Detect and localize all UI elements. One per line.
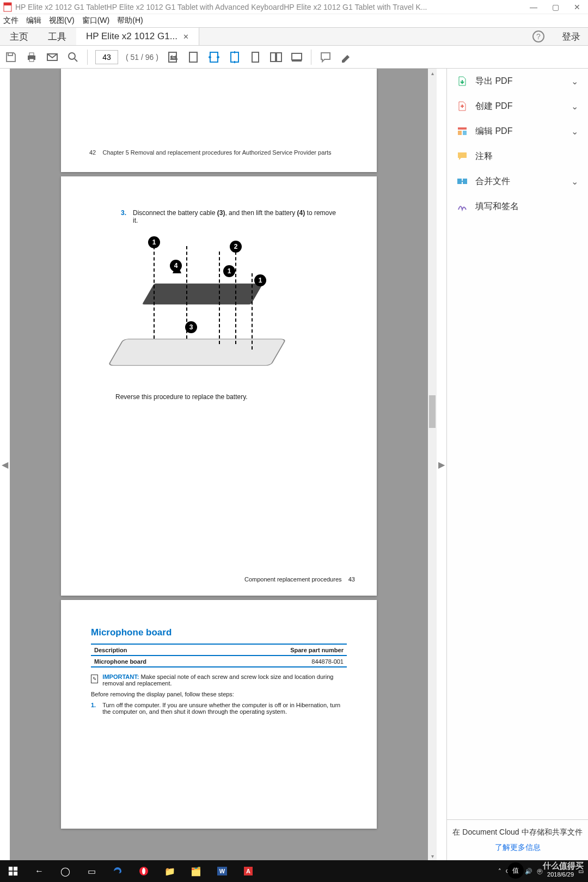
- svg-rect-11: [210, 52, 218, 62]
- sidebar-export-pdf[interactable]: 导出 PDF ⌄: [447, 69, 588, 94]
- presentation-icon[interactable]: [290, 51, 303, 64]
- svg-point-7: [69, 53, 75, 59]
- pdf-page-43: 3. Disconnect the battery cable (3), and…: [61, 176, 377, 596]
- merge-icon: [457, 176, 468, 187]
- th-desc: Description: [91, 645, 218, 656]
- sign-icon: [457, 201, 468, 212]
- svg-rect-14: [271, 53, 275, 62]
- svg-rect-23: [14, 867, 17, 871]
- cloud-text: 在 Document Cloud 中存储和共享文件: [452, 828, 583, 837]
- svg-rect-20: [457, 179, 462, 184]
- watermark-text: 什么值得买: [543, 861, 584, 871]
- start-button[interactable]: [0, 860, 26, 882]
- taskbar-app-explorer[interactable]: 🗂️: [183, 860, 209, 882]
- menu-file[interactable]: 文件: [3, 16, 19, 26]
- sidebar-create-pdf[interactable]: 创建 PDF ⌄: [447, 94, 588, 119]
- help-icon[interactable]: ?: [532, 30, 544, 42]
- back-button[interactable]: ←: [26, 860, 52, 882]
- tray-volume-icon[interactable]: 🔊: [525, 868, 532, 875]
- tab-tools[interactable]: 工具: [38, 28, 76, 45]
- print-icon[interactable]: [25, 51, 38, 64]
- svg-rect-19: [463, 131, 467, 135]
- sidebar-edit-pdf[interactable]: 编辑 PDF ⌄: [447, 119, 588, 144]
- section-title: Microphone board: [91, 627, 347, 638]
- email-icon[interactable]: [46, 51, 59, 64]
- tray-ime-icon[interactable]: ㊥: [537, 867, 543, 875]
- menu-help[interactable]: 帮助(H): [117, 16, 143, 26]
- tools-sidebar: 导出 PDF ⌄ 创建 PDF ⌄ 编辑 PDF ⌄ 注释 合并文件 ⌄ 填写和…: [446, 69, 588, 860]
- menu-view[interactable]: 视图(V): [49, 16, 75, 26]
- svg-rect-5: [29, 59, 34, 62]
- tab-document[interactable]: HP Elite x2 1012 G1... ✕: [76, 28, 199, 45]
- taskbar: ← ◯ ▭ 📁 🗂️ W A ˄ ⟳ ▥ 🔊 ㊥ 13:512018/6/29 …: [0, 860, 588, 882]
- toolbar: ( 51 / 96 ) 1:1: [0, 46, 588, 69]
- tab-strip: 主页 工具 HP Elite x2 1012 G1... ✕ ? 登录: [0, 27, 588, 46]
- page-blank-icon[interactable]: [187, 51, 200, 64]
- tab-close-icon[interactable]: ✕: [183, 33, 189, 41]
- sidebar-comment[interactable]: 注释: [447, 144, 588, 169]
- svg-rect-25: [14, 872, 17, 875]
- scroll-down-icon[interactable]: ▾: [428, 852, 437, 860]
- taskbar-app-acrobat[interactable]: A: [235, 860, 261, 882]
- chevron-down-icon: ⌄: [571, 176, 578, 187]
- minimize-button[interactable]: —: [523, 0, 544, 14]
- nav-prev-icon[interactable]: ◀: [0, 69, 10, 860]
- tab-home[interactable]: 主页: [0, 28, 38, 45]
- taskbar-app-word[interactable]: W: [209, 860, 235, 882]
- comment-icon[interactable]: [319, 51, 332, 64]
- sidebar-comment-label: 注释: [475, 151, 493, 162]
- taskbar-app-files[interactable]: 📁: [157, 860, 183, 882]
- svg-rect-2: [8, 53, 13, 56]
- sidebar-create-label: 创建 PDF: [475, 101, 512, 112]
- save-icon[interactable]: [4, 51, 17, 64]
- svg-point-27: [142, 868, 145, 874]
- cortana-button[interactable]: ◯: [52, 860, 78, 882]
- fit-width-icon[interactable]: [207, 51, 220, 64]
- sidebar-fill-sign[interactable]: 填写和签名: [447, 194, 588, 219]
- sidebar-merge[interactable]: 合并文件 ⌄: [447, 169, 588, 194]
- tray-chevron-icon[interactable]: ˄: [498, 868, 501, 875]
- sidebar-fill-label: 填写和签名: [475, 201, 519, 212]
- document-viewport[interactable]: 42 Chapter 5 Removal and replacement pro…: [10, 69, 428, 860]
- nav-next-icon[interactable]: ▶: [437, 69, 446, 860]
- taskbar-app-edge[interactable]: [105, 860, 131, 882]
- svg-rect-12: [231, 52, 238, 62]
- callout-4: 4: [170, 260, 182, 272]
- scroll-up-icon[interactable]: ▴: [428, 69, 437, 77]
- page-number-input[interactable]: [95, 50, 118, 64]
- chevron-down-icon: ⌄: [571, 76, 578, 87]
- reverse-text: Reverse this procedure to replace the ba…: [115, 393, 339, 401]
- menu-edit[interactable]: 编辑: [26, 16, 41, 26]
- highlight-icon[interactable]: [340, 51, 353, 64]
- svg-rect-17: [458, 127, 467, 130]
- maximize-button[interactable]: ▢: [544, 0, 566, 14]
- important-text: IMPORTANT: Make special note of each scr…: [102, 673, 347, 687]
- scroll-thumb[interactable]: [429, 395, 436, 428]
- two-page-icon[interactable]: [270, 51, 283, 64]
- svg-rect-1: [4, 3, 11, 5]
- step1-text: Turn off the computer. If you are unsure…: [102, 702, 347, 715]
- close-button[interactable]: ✕: [566, 0, 588, 14]
- svg-rect-24: [9, 872, 13, 875]
- export-pdf-icon: [457, 76, 468, 87]
- callout-2: 2: [230, 241, 242, 253]
- page-fit-icon[interactable]: 1:1: [166, 51, 179, 64]
- pdf-page-44: Microphone board DescriptionSpare part n…: [61, 600, 377, 829]
- taskbar-app-opera[interactable]: [131, 860, 157, 882]
- vertical-scrollbar[interactable]: ▴ ▾: [428, 69, 437, 860]
- search-icon[interactable]: [66, 51, 79, 64]
- page-43-num: 43: [348, 576, 355, 583]
- task-view-button[interactable]: ▭: [78, 860, 105, 882]
- tab-document-label: HP Elite x2 1012 G1...: [86, 31, 177, 42]
- window-titlebar: HP Elite x2 1012 G1 TabletHP Elite x2 10…: [0, 0, 588, 14]
- fit-height-icon[interactable]: [228, 51, 241, 64]
- single-page-icon[interactable]: [249, 51, 262, 64]
- battery-diagram: 1 2 4 1 1 3: [137, 230, 322, 382]
- pdf-page-42: 42 Chapter 5 Removal and replacement pro…: [61, 69, 377, 172]
- menu-window[interactable]: 窗口(W): [82, 16, 110, 26]
- learn-more-link[interactable]: 了解更多信息: [452, 843, 583, 853]
- page-42-num: 42: [89, 149, 96, 156]
- login-button[interactable]: 登录: [554, 30, 588, 43]
- callout-1b: 1: [223, 265, 235, 277]
- callout-1c: 1: [254, 274, 266, 286]
